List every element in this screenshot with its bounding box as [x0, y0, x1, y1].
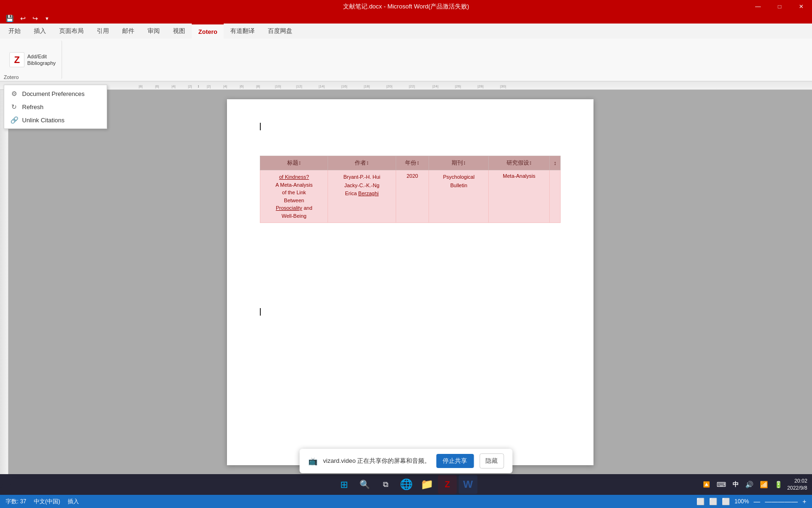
- title-part1: of Kindness?: [279, 174, 309, 180]
- close-button[interactable]: ✕: [790, 0, 812, 13]
- berzaghi-link: Berzaghi: [358, 190, 378, 196]
- col-header-hypothesis: 研究假设↕: [489, 156, 550, 170]
- insert-mode: 插入: [68, 498, 79, 506]
- zotero-taskbar-icon[interactable]: Z: [438, 475, 457, 494]
- text-cursor-top: [260, 123, 261, 130]
- status-right: ⬜ ⬜ ⬜ 100% — ————— +: [696, 498, 806, 505]
- document-area[interactable]: 标题↕ 作者↕ 年份↕ 期刊↕ 研究假设↕ ↕ of Kindness? A M…: [8, 90, 812, 475]
- start-button[interactable]: ⊞: [335, 475, 353, 494]
- view-web-icon[interactable]: ⬜: [709, 498, 717, 505]
- minimize-button[interactable]: —: [747, 0, 769, 13]
- tab-review[interactable]: 审阅: [141, 24, 166, 39]
- table-row: of Kindness? A Meta-Analysis of the Link…: [260, 170, 561, 223]
- share-screen-icon: 📺: [308, 457, 318, 466]
- stop-sharing-button[interactable]: 停止共享: [436, 454, 474, 468]
- quick-access-toolbar: 💾 ↩ ↪ ▼: [0, 13, 812, 24]
- main-area: 标题↕ 作者↕ 年份↕ 期刊↕ 研究假设↕ ↕ of Kindness? A M…: [0, 90, 812, 475]
- system-clock[interactable]: 20:02 2022/9/8: [787, 477, 807, 492]
- word-count: 字数: 37: [6, 498, 26, 506]
- tab-view[interactable]: 视图: [166, 24, 192, 39]
- refresh-label: Refresh: [22, 103, 44, 111]
- battery-icon[interactable]: 🔋: [773, 479, 784, 490]
- status-bar: 字数: 37 中文(中国) 插入 ⬜ ⬜ ⬜ 100% — ————— +: [0, 495, 812, 508]
- window-controls[interactable]: — □ ✕: [747, 0, 812, 13]
- tab-insert[interactable]: 插入: [27, 24, 53, 39]
- document-table: 标题↕ 作者↕ 年份↕ 期刊↕ 研究假设↕ ↕ of Kindness? A M…: [260, 156, 561, 223]
- cell-title: of Kindness? A Meta-Analysis of the Link…: [260, 170, 328, 223]
- redo-icon[interactable]: ↪: [31, 14, 40, 23]
- ribbon-content: Z Add/EditBibliography ⚙ Document Prefer…: [0, 39, 812, 81]
- view-read-icon[interactable]: ⬜: [722, 498, 730, 505]
- view-normal-icon[interactable]: ⬜: [696, 498, 704, 505]
- hide-button[interactable]: 隐藏: [479, 453, 504, 468]
- taskbar-right: 🔼 ⌨ 中 🔊 📶 🔋 20:02 2022/9/8: [701, 477, 812, 492]
- cell-extra: [550, 170, 561, 223]
- document-preferences-label: Document Preferences: [22, 90, 85, 97]
- zoom-level: 100%: [734, 498, 749, 505]
- taskbar: ⊞ 🔍 ⧉ 🌐 📁 Z W 🔼 ⌨ 中 🔊 📶 🔋 20:02 2022/9/8: [0, 474, 812, 495]
- word-taskbar-icon[interactable]: W: [459, 475, 477, 494]
- keyboard-icon[interactable]: ⌨: [715, 479, 728, 490]
- text-cursor-bottom: [260, 308, 261, 316]
- maximize-button[interactable]: □: [769, 0, 790, 13]
- volume-icon[interactable]: 🔊: [743, 479, 755, 490]
- tab-layout[interactable]: 页面布局: [53, 24, 90, 39]
- unlink-citations-label: Unlink Citations: [22, 117, 64, 124]
- undo-icon[interactable]: ↩: [18, 14, 28, 23]
- preferences-icon: ⚙: [10, 90, 18, 97]
- title-text: 文献笔记.docx - Microsoft Word(产品激活失败): [343, 2, 469, 11]
- zoom-slider[interactable]: —————: [765, 498, 798, 505]
- refresh-icon: ↻: [10, 103, 18, 111]
- unlink-citations-item[interactable]: 🔗 Unlink Citations: [4, 113, 107, 127]
- unlink-icon: 🔗: [10, 116, 18, 124]
- save-icon[interactable]: 💾: [4, 14, 16, 23]
- cell-year: 2020: [396, 170, 429, 223]
- table-header-row: 标题↕ 作者↕ 年份↕ 期刊↕ 研究假设↕ ↕: [260, 156, 561, 170]
- task-view-icon[interactable]: ⧉: [376, 475, 395, 494]
- tab-zotero[interactable]: Zotero: [192, 24, 224, 39]
- quick-access-arrow[interactable]: ▼: [43, 15, 51, 22]
- share-notification-bar: 📺 vizard.video 正在共享你的屏幕和音频。 停止共享 隐藏: [300, 449, 513, 473]
- search-taskbar-icon[interactable]: 🔍: [355, 475, 374, 494]
- add-edit-note-label: Add/EditBibliography: [27, 53, 56, 67]
- document-ruler: |8| |6| |4| |2| ↕ |2| |4| |6| |8| |10| |…: [0, 81, 812, 90]
- time-display: 20:02: [787, 477, 807, 484]
- vertical-ruler: [0, 90, 8, 475]
- title-bar: 文献笔记.docx - Microsoft Word(产品激活失败) — □ ✕: [0, 0, 812, 13]
- tab-baidu[interactable]: 百度网盘: [261, 24, 299, 39]
- ribbon: 开始 插入 页面布局 引用 邮件 审阅 视图 Zotero 有道翻译 百度网盘 …: [0, 24, 812, 81]
- refresh-item[interactable]: ↻ Refresh: [4, 100, 107, 113]
- zotero-z-icon: Z: [9, 52, 24, 67]
- zoom-plus-icon[interactable]: +: [803, 498, 806, 505]
- tab-references[interactable]: 引用: [90, 24, 116, 39]
- col-header-extra: ↕: [550, 156, 561, 170]
- ribbon-tab-row: 开始 插入 页面布局 引用 邮件 审阅 视图 Zotero 有道翻译 百度网盘: [0, 24, 812, 39]
- col-header-journal: 期刊↕: [429, 156, 489, 170]
- tab-mailings[interactable]: 邮件: [116, 24, 141, 39]
- date-display: 2022/9/8: [787, 484, 807, 492]
- add-edit-note-button[interactable]: Z Add/EditBibliography: [4, 40, 62, 79]
- cell-journal: PsychologicalBulletin: [429, 170, 489, 223]
- taskbar-center: ⊞ 🔍 ⧉ 🌐 📁 Z W: [335, 475, 477, 494]
- col-header-author: 作者↕: [328, 156, 396, 170]
- file-explorer-icon[interactable]: 📁: [417, 475, 436, 494]
- cell-authors: Bryant-P.-H. Hui Jacky-C.-K.-Ng Erica Be…: [328, 170, 396, 223]
- document-preferences-item[interactable]: ⚙ Document Preferences: [4, 87, 107, 100]
- share-message: vizard.video 正在共享你的屏幕和音频。: [323, 457, 431, 465]
- network-icon[interactable]: 📶: [758, 479, 770, 490]
- edge-icon[interactable]: 🌐: [397, 475, 415, 494]
- title-prosociality: Prosociality: [276, 205, 302, 211]
- language-status: 中文(中国): [34, 498, 60, 506]
- col-header-year: 年份↕: [396, 156, 429, 170]
- notification-arrow-icon[interactable]: 🔼: [701, 479, 712, 490]
- col-header-title: 标题↕: [260, 156, 328, 170]
- zotero-dropdown-menu: ⚙ Document Preferences ↻ Refresh 🔗 Unlin…: [4, 85, 107, 129]
- cell-hypothesis: Meta-Analysis: [489, 170, 550, 223]
- zoom-minus-icon[interactable]: —: [754, 498, 760, 505]
- document-page: 标题↕ 作者↕ 年份↕ 期刊↕ 研究假设↕ ↕ of Kindness? A M…: [227, 99, 593, 465]
- tab-start[interactable]: 开始: [2, 24, 27, 39]
- tab-youdao[interactable]: 有道翻译: [224, 24, 261, 39]
- ribbon-zotero-group-label: Zotero: [4, 74, 19, 80]
- ime-icon[interactable]: 中: [731, 478, 741, 491]
